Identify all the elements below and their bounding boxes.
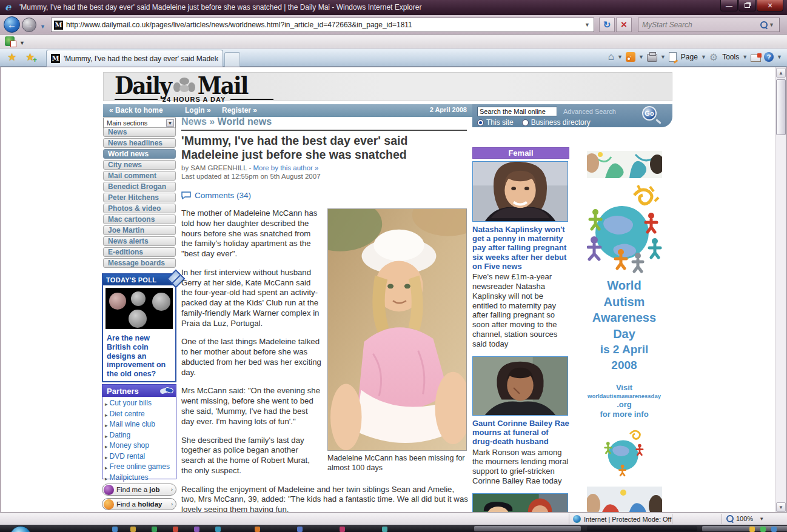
partner-label[interactable]: DVD rental — [110, 452, 146, 462]
favorites-star-icon[interactable]: ★ — [7, 51, 16, 64]
scrollbar-thumb[interactable] — [776, 79, 786, 135]
partner-link-mail-wine-club[interactable]: ▸Mail wine club — [102, 420, 176, 431]
partner-link-dvd-rental[interactable]: ▸DVD rental — [102, 452, 176, 463]
partner-link-diet-centre[interactable]: ▸Diet centre — [102, 410, 176, 421]
autism-ad-column[interactable]: World Autism Awareness Day is 2 April 20… — [586, 151, 662, 512]
acrobat-globe-icon[interactable] — [5, 36, 15, 46]
active-tab[interactable]: M 'Mummy, I've had the best day ever' sa… — [46, 50, 223, 67]
partner-label[interactable]: Money shop — [110, 441, 149, 451]
search-icon[interactable] — [760, 21, 768, 28]
browser-search-input[interactable] — [642, 21, 760, 29]
sidebar-item-photos-video[interactable]: Photos & video — [103, 204, 176, 213]
refresh-button[interactable]: ↻ — [599, 18, 615, 32]
back-to-home-link[interactable]: « Back to home — [109, 106, 163, 115]
sidebar-item-city-news[interactable]: City news — [103, 160, 176, 170]
browser-search-box[interactable]: ▼ — [638, 18, 780, 32]
page-icon[interactable] — [669, 52, 677, 62]
ad-site-url[interactable]: worldautismawarenessday — [586, 393, 662, 400]
sidebar-item-benedict-brogan[interactable]: Benedict Brogan — [103, 182, 176, 191]
sidebar-item-joe-martin[interactable]: Joe Martin — [103, 225, 176, 235]
advanced-search-link[interactable]: Advanced Search — [563, 108, 616, 115]
help-icon[interactable]: ? — [764, 52, 774, 62]
poll-coins-image[interactable] — [105, 288, 173, 329]
poll-question[interactable]: Are the new British coin designs an impr… — [103, 331, 175, 381]
femail-story2-headline[interactable]: Gaunt Corinne Bailey Rae mourns at funer… — [472, 419, 569, 447]
sidebar-item-mac-cartoons[interactable]: Mac cartoons — [103, 214, 176, 224]
femail-story1-headline[interactable]: Natasha Kaplinsky won't get a penny in m… — [472, 225, 569, 271]
rss-dropdown-icon[interactable]: ▼ — [638, 54, 644, 60]
partner-label[interactable]: Dating — [110, 431, 131, 441]
sidebar-item-message-boards[interactable]: Message boards — [103, 258, 176, 268]
more-by-author-link[interactable]: More by this author » — [253, 164, 318, 171]
tools-menu[interactable]: Tools — [722, 53, 739, 61]
femail-story3-photo[interactable] — [472, 493, 568, 512]
sidebar-item-peter-hitchens[interactable]: Peter Hitchens — [103, 193, 176, 202]
page-menu[interactable]: Page — [681, 53, 698, 61]
print-dropdown-icon[interactable]: ▼ — [660, 54, 666, 60]
help-dropdown-icon[interactable]: ▼ — [777, 54, 782, 60]
corinne-bailey-rae-photo[interactable] — [472, 356, 568, 416]
natasha-kaplinsky-photo[interactable] — [472, 161, 568, 222]
sidebar-item-e-editions[interactable]: E-editions — [103, 247, 176, 257]
ad-org[interactable]: .org — [586, 400, 662, 410]
business-directory-radio[interactable] — [522, 119, 529, 126]
vertical-scrollbar[interactable]: ▲ ▼ — [775, 67, 786, 512]
forward-button[interactable]: → — [22, 18, 36, 32]
partner-link-cut-your-bills[interactable]: ▸Cut your bills — [102, 399, 176, 410]
mail-icon[interactable] — [751, 55, 761, 62]
site-search-input[interactable] — [477, 107, 557, 116]
partner-link-dating[interactable]: ▸Dating — [102, 431, 176, 442]
main-sections-dropdown-icon[interactable]: ▼ — [166, 119, 174, 127]
page-dropdown-icon[interactable]: ▼ — [701, 54, 706, 60]
start-orb-icon[interactable] — [10, 526, 32, 532]
zoom-dropdown-icon[interactable]: ▼ — [759, 516, 764, 522]
search-dropdown-icon[interactable]: ▼ — [768, 22, 775, 28]
register-link[interactable]: Register » — [222, 106, 257, 115]
sidebar-item-news-headlines[interactable]: News headlines — [103, 138, 176, 148]
windows-taskbar[interactable] — [0, 525, 787, 532]
url-input[interactable] — [66, 21, 583, 29]
quick-dropdown-icon[interactable]: ▼ — [19, 40, 25, 46]
partner-label[interactable]: Diet centre — [110, 410, 145, 419]
go-button[interactable]: Go — [642, 106, 657, 121]
partner-link-free-online-games[interactable]: ▸Free online games — [102, 462, 176, 473]
url-dropdown-icon[interactable]: ▼ — [583, 22, 591, 28]
tools-dropdown-icon[interactable]: ▼ — [742, 54, 748, 60]
find-job-bold: job — [149, 486, 159, 493]
minimize-button[interactable]: — — [720, 0, 738, 12]
home-dropdown-icon[interactable]: ▼ — [617, 54, 623, 60]
print-icon[interactable] — [647, 54, 657, 62]
partner-label[interactable]: Cut your bills — [110, 399, 152, 408]
url-field[interactable]: M ▼ — [51, 18, 594, 32]
breadcrumb-section[interactable]: News — [181, 116, 207, 127]
partner-label[interactable]: Mail wine club — [110, 420, 155, 430]
partner-label[interactable]: Mailpictures — [110, 473, 149, 483]
find-a-holiday-button[interactable]: Find a holiday › — [102, 498, 176, 510]
sidebar-item-news-alerts[interactable]: News alerts — [103, 236, 176, 246]
stop-button[interactable]: × — [616, 18, 632, 32]
madeleine-photo[interactable] — [327, 208, 467, 451]
restore-button[interactable] — [738, 0, 756, 12]
gear-icon[interactable]: ⚙ — [709, 51, 718, 63]
sidebar-item-mail-comment[interactable]: Mail comment — [103, 171, 176, 181]
find-me-a-job-button[interactable]: Find me a job › — [102, 484, 176, 496]
comments-link[interactable]: Comments (34) — [181, 191, 468, 200]
zoom-control[interactable]: 100% ▼ — [726, 515, 764, 522]
scroll-down-button[interactable]: ▼ — [776, 502, 786, 512]
partner-link-mailpictures[interactable]: ▸Mailpictures — [102, 473, 176, 484]
close-button[interactable]: ✕ — [757, 0, 783, 12]
login-link[interactable]: Login » — [185, 106, 211, 115]
dailymail-logo[interactable]: Daily Mail — [115, 74, 247, 97]
new-tab-button[interactable] — [224, 52, 240, 67]
rss-icon[interactable] — [626, 52, 635, 62]
sidebar-item-news[interactable]: News — [103, 127, 176, 137]
home-icon[interactable]: ⌂ — [608, 51, 614, 63]
scroll-up-button[interactable]: ▲ — [776, 68, 786, 78]
partner-link-money-shop[interactable]: ▸Money shop — [102, 441, 176, 452]
sidebar-item-world-news[interactable]: World news — [103, 149, 176, 159]
history-dropdown-icon[interactable]: ▼ — [40, 24, 45, 30]
femail-header[interactable]: Femail — [472, 147, 569, 159]
back-button[interactable]: ← — [4, 16, 20, 33]
this-site-radio[interactable] — [477, 119, 484, 126]
partner-label[interactable]: Free online games — [110, 462, 170, 472]
